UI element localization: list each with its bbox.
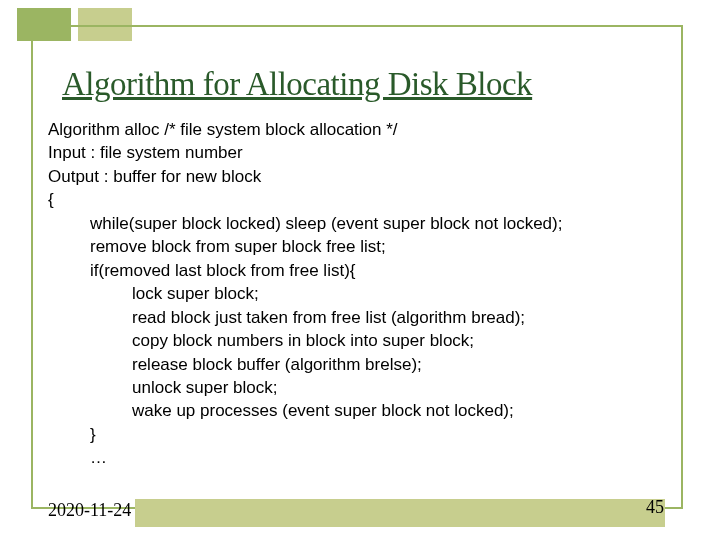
code-line: unlock super block; — [48, 376, 674, 399]
slide-title: Algorithm for Allocating Disk Block — [62, 66, 532, 102]
footer-date: 2020-11-24 — [48, 500, 131, 521]
code-line: lock super block; — [48, 282, 674, 305]
title-area: Algorithm for Allocating Disk Block — [62, 66, 669, 103]
code-line: … — [48, 446, 674, 469]
code-line: copy block numbers in block into super b… — [48, 329, 674, 352]
code-line: Input : file system number — [48, 141, 674, 164]
code-line: remove block from super block free list; — [48, 235, 674, 258]
code-line: release block buffer (algorithm brelse); — [48, 353, 674, 376]
code-line: if(removed last block from free list){ — [48, 259, 674, 282]
code-line: { — [48, 188, 674, 211]
algorithm-body: Algorithm alloc /* file system block all… — [48, 118, 674, 470]
page-number: 45 — [646, 497, 664, 518]
code-line: wake up processes (event super block not… — [48, 399, 674, 422]
code-line: } — [48, 423, 674, 446]
code-line: read block just taken from free list (al… — [48, 306, 674, 329]
footer-accent-bar — [135, 499, 665, 527]
code-line: Algorithm alloc /* file system block all… — [48, 118, 674, 141]
code-line: while(super block locked) sleep (event s… — [48, 212, 674, 235]
code-line: Output : buffer for new block — [48, 165, 674, 188]
